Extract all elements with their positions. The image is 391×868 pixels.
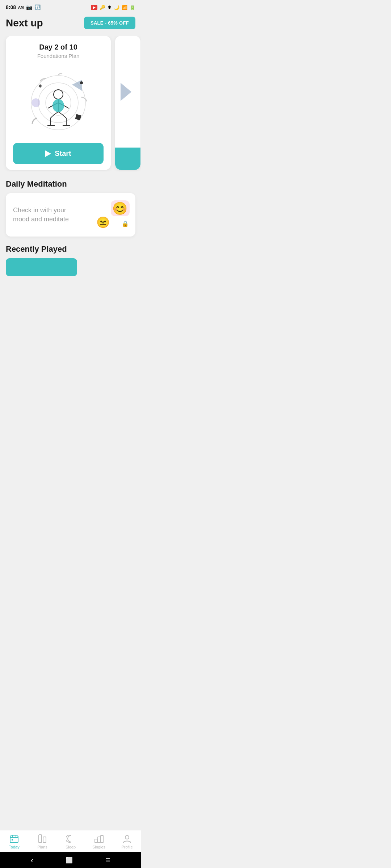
- recently-played-preview: [6, 258, 77, 276]
- play-icon: [45, 150, 51, 157]
- day-label: Day 2 of 10: [13, 43, 104, 51]
- bluetooth-icon: ✱: [108, 5, 112, 10]
- svg-rect-7: [75, 114, 81, 120]
- daily-meditation-card[interactable]: Check in with your mood and meditate 😊 😐…: [6, 193, 135, 237]
- battery-icon: 🔋: [130, 5, 135, 10]
- session-card: Day 2 of 10 Foundations Plan: [6, 36, 111, 170]
- page-header: Next up SALE - 65% OFF: [6, 17, 135, 29]
- cursor-indicator: [102, 221, 104, 224]
- svg-point-4: [31, 98, 40, 107]
- lock-icon: 🔒: [122, 220, 129, 227]
- meditation-illustration: [13, 65, 104, 137]
- svg-point-8: [54, 90, 63, 99]
- sale-button[interactable]: SALE - 65% OFF: [84, 17, 135, 29]
- start-button[interactable]: Start: [13, 143, 104, 164]
- clock: 8:08: [6, 4, 16, 10]
- plan-label: Foundations Plan: [13, 53, 104, 59]
- camera-icon: 📷: [26, 4, 32, 10]
- svg-point-14: [52, 99, 64, 112]
- svg-rect-3: [38, 84, 42, 88]
- rec-camera-icon: ▶: [93, 5, 96, 9]
- start-label: Start: [55, 149, 71, 158]
- recently-played-title: Recently Played: [6, 244, 135, 254]
- daily-meditation-text: Check in with your mood and meditate: [13, 206, 82, 224]
- key-icon: 🔑: [100, 5, 105, 10]
- ampm: AM: [18, 5, 24, 9]
- svg-point-6: [80, 81, 83, 84]
- refresh-icon: 🔃: [34, 4, 41, 10]
- svg-marker-15: [121, 83, 131, 101]
- moon-icon: 🌙: [114, 5, 119, 10]
- mood-emoji-area: 😊 😐 🔒: [96, 200, 128, 229]
- recently-played-section: Recently Played: [6, 244, 135, 276]
- record-indicator: ▶: [91, 5, 97, 10]
- status-bar: 8:08 AM 📷 🔃 ▶ 🔑 ✱ 🌙 📶 🔋: [0, 0, 141, 13]
- signal-icon: 📶: [122, 5, 127, 10]
- daily-meditation-title: Daily Meditation: [6, 179, 135, 189]
- partial-card-button[interactable]: [115, 148, 140, 170]
- svg-marker-5: [72, 80, 82, 91]
- cards-row: Day 2 of 10 Foundations Plan: [0, 36, 141, 171]
- status-time-area: 8:08 AM 📷 🔃: [6, 4, 41, 10]
- session-card-partial: [115, 36, 140, 170]
- page-title: Next up: [6, 17, 43, 29]
- main-content: Next up SALE - 65% OFF Day 2 of 10 Found…: [0, 13, 141, 312]
- status-icons: ▶ 🔑 ✱ 🌙 📶 🔋: [91, 5, 135, 10]
- happy-face-icon: 😊: [112, 201, 127, 216]
